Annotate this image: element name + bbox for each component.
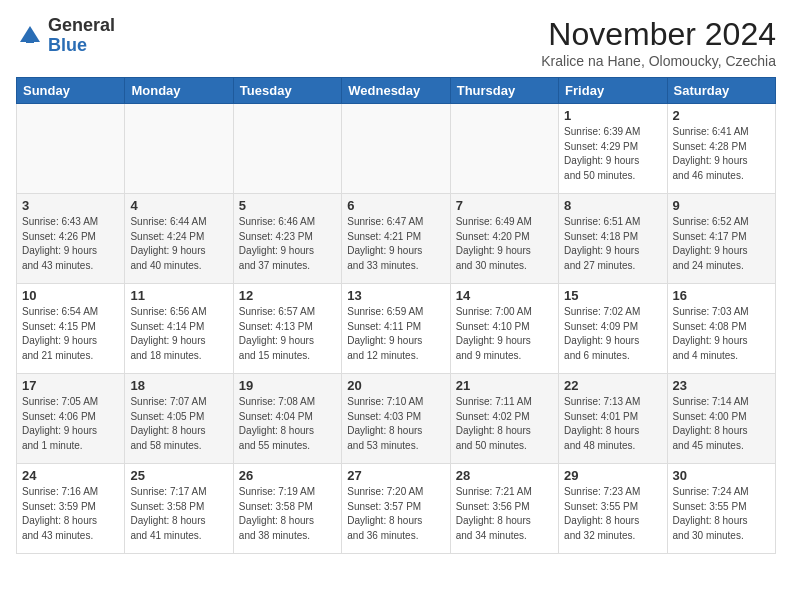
calendar-cell: 11Sunrise: 6:56 AM Sunset: 4:14 PM Dayli…: [125, 284, 233, 374]
calendar-cell: 27Sunrise: 7:20 AM Sunset: 3:57 PM Dayli…: [342, 464, 450, 554]
day-number: 28: [456, 468, 553, 483]
day-of-week-header: Friday: [559, 78, 667, 104]
calendar-cell: 20Sunrise: 7:10 AM Sunset: 4:03 PM Dayli…: [342, 374, 450, 464]
svg-rect-1: [26, 38, 34, 43]
calendar-cell: 23Sunrise: 7:14 AM Sunset: 4:00 PM Dayli…: [667, 374, 775, 464]
day-info: Sunrise: 7:21 AM Sunset: 3:56 PM Dayligh…: [456, 485, 553, 543]
day-number: 21: [456, 378, 553, 393]
calendar-cell: 29Sunrise: 7:23 AM Sunset: 3:55 PM Dayli…: [559, 464, 667, 554]
day-of-week-header: Thursday: [450, 78, 558, 104]
calendar-cell: 6Sunrise: 6:47 AM Sunset: 4:21 PM Daylig…: [342, 194, 450, 284]
calendar-week-row: 3Sunrise: 6:43 AM Sunset: 4:26 PM Daylig…: [17, 194, 776, 284]
calendar-cell: [125, 104, 233, 194]
calendar-week-row: 17Sunrise: 7:05 AM Sunset: 4:06 PM Dayli…: [17, 374, 776, 464]
day-number: 17: [22, 378, 119, 393]
calendar-week-row: 10Sunrise: 6:54 AM Sunset: 4:15 PM Dayli…: [17, 284, 776, 374]
day-info: Sunrise: 7:16 AM Sunset: 3:59 PM Dayligh…: [22, 485, 119, 543]
calendar-cell: 17Sunrise: 7:05 AM Sunset: 4:06 PM Dayli…: [17, 374, 125, 464]
day-number: 27: [347, 468, 444, 483]
day-info: Sunrise: 6:52 AM Sunset: 4:17 PM Dayligh…: [673, 215, 770, 273]
calendar-cell: 28Sunrise: 7:21 AM Sunset: 3:56 PM Dayli…: [450, 464, 558, 554]
day-info: Sunrise: 6:39 AM Sunset: 4:29 PM Dayligh…: [564, 125, 661, 183]
day-info: Sunrise: 7:08 AM Sunset: 4:04 PM Dayligh…: [239, 395, 336, 453]
day-info: Sunrise: 7:23 AM Sunset: 3:55 PM Dayligh…: [564, 485, 661, 543]
calendar-week-row: 1Sunrise: 6:39 AM Sunset: 4:29 PM Daylig…: [17, 104, 776, 194]
day-info: Sunrise: 7:14 AM Sunset: 4:00 PM Dayligh…: [673, 395, 770, 453]
day-number: 7: [456, 198, 553, 213]
day-number: 11: [130, 288, 227, 303]
day-info: Sunrise: 6:44 AM Sunset: 4:24 PM Dayligh…: [130, 215, 227, 273]
calendar-cell: [17, 104, 125, 194]
logo: General Blue: [16, 16, 115, 56]
day-number: 10: [22, 288, 119, 303]
calendar-cell: 9Sunrise: 6:52 AM Sunset: 4:17 PM Daylig…: [667, 194, 775, 284]
day-number: 26: [239, 468, 336, 483]
day-info: Sunrise: 7:20 AM Sunset: 3:57 PM Dayligh…: [347, 485, 444, 543]
calendar-cell: [450, 104, 558, 194]
calendar-header-row: SundayMondayTuesdayWednesdayThursdayFrid…: [17, 78, 776, 104]
day-number: 8: [564, 198, 661, 213]
calendar-cell: [233, 104, 341, 194]
day-number: 14: [456, 288, 553, 303]
calendar-cell: 16Sunrise: 7:03 AM Sunset: 4:08 PM Dayli…: [667, 284, 775, 374]
calendar-cell: 22Sunrise: 7:13 AM Sunset: 4:01 PM Dayli…: [559, 374, 667, 464]
day-info: Sunrise: 6:41 AM Sunset: 4:28 PM Dayligh…: [673, 125, 770, 183]
day-info: Sunrise: 6:47 AM Sunset: 4:21 PM Dayligh…: [347, 215, 444, 273]
calendar-cell: 30Sunrise: 7:24 AM Sunset: 3:55 PM Dayli…: [667, 464, 775, 554]
day-info: Sunrise: 7:10 AM Sunset: 4:03 PM Dayligh…: [347, 395, 444, 453]
day-info: Sunrise: 6:46 AM Sunset: 4:23 PM Dayligh…: [239, 215, 336, 273]
day-of-week-header: Tuesday: [233, 78, 341, 104]
calendar-cell: 8Sunrise: 6:51 AM Sunset: 4:18 PM Daylig…: [559, 194, 667, 284]
day-number: 15: [564, 288, 661, 303]
page-header: General Blue November 2024 Kralice na Ha…: [16, 16, 776, 69]
logo-blue-text: Blue: [48, 35, 87, 55]
day-info: Sunrise: 6:43 AM Sunset: 4:26 PM Dayligh…: [22, 215, 119, 273]
calendar-cell: 15Sunrise: 7:02 AM Sunset: 4:09 PM Dayli…: [559, 284, 667, 374]
calendar-cell: 4Sunrise: 6:44 AM Sunset: 4:24 PM Daylig…: [125, 194, 233, 284]
day-number: 9: [673, 198, 770, 213]
day-info: Sunrise: 7:07 AM Sunset: 4:05 PM Dayligh…: [130, 395, 227, 453]
day-number: 22: [564, 378, 661, 393]
day-number: 3: [22, 198, 119, 213]
day-number: 23: [673, 378, 770, 393]
calendar-cell: 19Sunrise: 7:08 AM Sunset: 4:04 PM Dayli…: [233, 374, 341, 464]
day-info: Sunrise: 6:56 AM Sunset: 4:14 PM Dayligh…: [130, 305, 227, 363]
day-info: Sunrise: 6:51 AM Sunset: 4:18 PM Dayligh…: [564, 215, 661, 273]
day-number: 30: [673, 468, 770, 483]
calendar-cell: 18Sunrise: 7:07 AM Sunset: 4:05 PM Dayli…: [125, 374, 233, 464]
day-info: Sunrise: 6:59 AM Sunset: 4:11 PM Dayligh…: [347, 305, 444, 363]
day-info: Sunrise: 7:11 AM Sunset: 4:02 PM Dayligh…: [456, 395, 553, 453]
day-of-week-header: Saturday: [667, 78, 775, 104]
calendar-cell: 7Sunrise: 6:49 AM Sunset: 4:20 PM Daylig…: [450, 194, 558, 284]
calendar-cell: 21Sunrise: 7:11 AM Sunset: 4:02 PM Dayli…: [450, 374, 558, 464]
calendar-table: SundayMondayTuesdayWednesdayThursdayFrid…: [16, 77, 776, 554]
day-info: Sunrise: 7:19 AM Sunset: 3:58 PM Dayligh…: [239, 485, 336, 543]
day-number: 19: [239, 378, 336, 393]
day-of-week-header: Sunday: [17, 78, 125, 104]
day-number: 29: [564, 468, 661, 483]
day-number: 25: [130, 468, 227, 483]
calendar-cell: 25Sunrise: 7:17 AM Sunset: 3:58 PM Dayli…: [125, 464, 233, 554]
day-info: Sunrise: 7:05 AM Sunset: 4:06 PM Dayligh…: [22, 395, 119, 453]
calendar-cell: 10Sunrise: 6:54 AM Sunset: 4:15 PM Dayli…: [17, 284, 125, 374]
calendar-cell: 13Sunrise: 6:59 AM Sunset: 4:11 PM Dayli…: [342, 284, 450, 374]
day-number: 18: [130, 378, 227, 393]
calendar-cell: 2Sunrise: 6:41 AM Sunset: 4:28 PM Daylig…: [667, 104, 775, 194]
day-number: 6: [347, 198, 444, 213]
day-number: 12: [239, 288, 336, 303]
calendar-cell: [342, 104, 450, 194]
day-number: 16: [673, 288, 770, 303]
day-number: 13: [347, 288, 444, 303]
calendar-cell: 12Sunrise: 6:57 AM Sunset: 4:13 PM Dayli…: [233, 284, 341, 374]
day-number: 20: [347, 378, 444, 393]
day-number: 24: [22, 468, 119, 483]
day-number: 1: [564, 108, 661, 123]
calendar-cell: 5Sunrise: 6:46 AM Sunset: 4:23 PM Daylig…: [233, 194, 341, 284]
day-info: Sunrise: 7:03 AM Sunset: 4:08 PM Dayligh…: [673, 305, 770, 363]
day-info: Sunrise: 7:00 AM Sunset: 4:10 PM Dayligh…: [456, 305, 553, 363]
logo-icon: [16, 22, 44, 50]
day-info: Sunrise: 6:57 AM Sunset: 4:13 PM Dayligh…: [239, 305, 336, 363]
calendar-week-row: 24Sunrise: 7:16 AM Sunset: 3:59 PM Dayli…: [17, 464, 776, 554]
day-info: Sunrise: 7:02 AM Sunset: 4:09 PM Dayligh…: [564, 305, 661, 363]
month-title: November 2024: [541, 16, 776, 53]
